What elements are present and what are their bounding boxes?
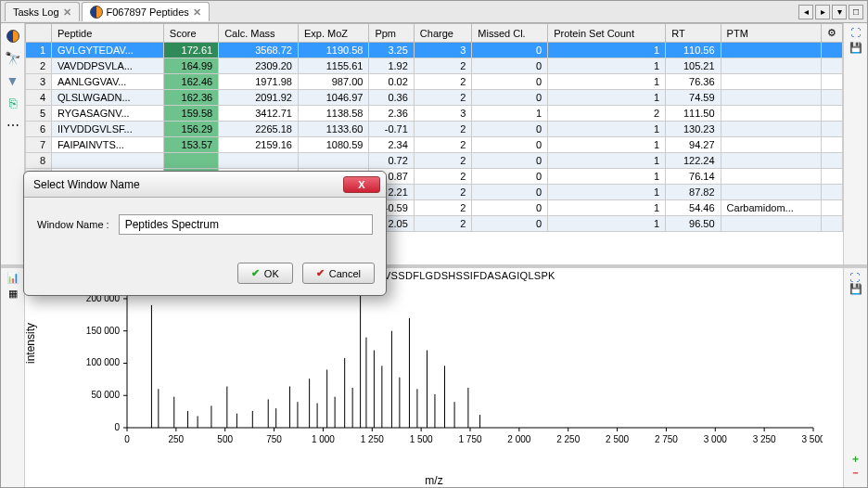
column-header[interactable]: Missed Cl.	[472, 24, 548, 43]
svg-text:1 750: 1 750	[458, 434, 481, 444]
tab-label: F067897 Peptides	[107, 6, 189, 18]
svg-text:1 500: 1 500	[410, 434, 433, 444]
tab-bar: Tasks Log✕F067897 Peptides✕ ◂ ▸ ▾ □	[1, 1, 867, 23]
grid-icon[interactable]: ▦	[8, 288, 18, 300]
svg-text:3 250: 3 250	[753, 434, 776, 444]
svg-text:3 000: 3 000	[704, 434, 727, 444]
tab-1[interactable]: F067897 Peptides✕	[82, 2, 210, 21]
dialog-titlebar[interactable]: Select Window Name X	[24, 172, 386, 198]
check-icon: ✔	[251, 267, 260, 279]
column-header[interactable]: Calc. Mass	[219, 24, 299, 43]
tab-list-button[interactable]: ▾	[832, 5, 847, 19]
svg-text:2 750: 2 750	[655, 434, 678, 444]
tab-close-icon[interactable]: ✕	[63, 6, 71, 19]
y-axis-label: intensity	[24, 323, 37, 364]
pie-chart-icon[interactable]	[4, 27, 22, 45]
spectrum-right-toolbar: ⛶ 💾 ＋ －	[843, 268, 867, 487]
svg-text:2 000: 2 000	[507, 434, 530, 444]
remove-plot-icon[interactable]: －	[850, 466, 861, 480]
column-header[interactable]: Charge	[414, 24, 471, 43]
table-row[interactable]: 4QLSLWGADN...162.362091.921046.970.36201…	[26, 90, 843, 106]
table-row[interactable]: 7FAIPAINVTS...153.572159.161080.592.3420…	[26, 137, 843, 153]
column-header[interactable]: PTM	[721, 24, 821, 43]
table-row[interactable]: 3AANLGGVAV...162.461971.98987.000.022017…	[26, 74, 843, 90]
export-icon[interactable]: ⎘	[4, 94, 22, 112]
tab-0[interactable]: Tasks Log✕	[5, 2, 80, 21]
svg-text:0: 0	[124, 434, 130, 444]
more-icon[interactable]: ⋯	[4, 116, 22, 135]
dialog-title-text: Select Window Name	[33, 178, 140, 191]
spectrum-icon[interactable]: 📊	[6, 272, 19, 284]
svg-text:50 000: 50 000	[91, 390, 120, 400]
spectrum-chart[interactable]: 050 000100 000150 000200 00002505007501 …	[62, 287, 823, 454]
save-spectrum-icon[interactable]: 💾	[849, 283, 862, 295]
binoculars-icon[interactable]: 🔭	[4, 49, 22, 68]
column-header[interactable]: Exp. MoZ	[298, 24, 368, 43]
svg-text:100 000: 100 000	[86, 357, 121, 367]
svg-text:500: 500	[217, 434, 233, 444]
expand-icon[interactable]: ⛶	[850, 27, 861, 38]
column-header[interactable]: Peptide	[52, 24, 164, 43]
window-name-input[interactable]	[119, 214, 373, 235]
table-row[interactable]: 1GVLGYTEDAV...172.613568.721190.583.2530…	[26, 43, 843, 58]
svg-text:1 250: 1 250	[361, 434, 384, 444]
column-header[interactable]	[26, 24, 52, 43]
spectrum-left-toolbar: 📊 ▦	[1, 268, 25, 487]
table-row[interactable]: 5RYGASAGNV...159.583412.711138.582.36312…	[26, 106, 843, 122]
svg-text:250: 250	[169, 434, 185, 444]
x-axis-label: m/z	[425, 474, 442, 487]
column-settings-icon[interactable]: ⚙	[822, 24, 843, 43]
svg-text:0: 0	[114, 422, 120, 432]
column-header[interactable]: RT	[666, 24, 721, 43]
cross-icon: ✔	[316, 267, 325, 279]
cancel-button[interactable]: ✔Cancel	[302, 263, 375, 284]
table-row[interactable]: 80.72201122.24	[26, 153, 843, 169]
tab-controls: ◂ ▸ ▾ □	[798, 5, 863, 19]
ok-button[interactable]: ✔OK	[237, 263, 293, 284]
right-toolbar-top: ⛶ 💾	[843, 23, 867, 264]
svg-text:1 000: 1 000	[312, 434, 335, 444]
save-icon[interactable]: 💾	[849, 42, 862, 54]
column-header[interactable]: Score	[163, 24, 218, 43]
dialog-close-button[interactable]: X	[343, 176, 380, 193]
tab-prev-button[interactable]: ◂	[798, 5, 813, 19]
svg-text:2 500: 2 500	[606, 434, 629, 444]
tab-label: Tasks Log	[13, 6, 59, 18]
select-window-name-dialog: Select Window Name X Window Name : ✔OK ✔…	[23, 171, 387, 296]
spectrum-panel: GVLGYTEDAVVSSDFLGDSHSSIFDASAGIQLSPK inte…	[25, 268, 843, 487]
tab-close-icon[interactable]: ✕	[193, 6, 201, 19]
add-plot-icon[interactable]: ＋	[850, 452, 861, 466]
left-toolbar: 🔭 ▼ ⎘ ⋯	[1, 23, 25, 264]
svg-text:2 250: 2 250	[556, 434, 580, 444]
svg-text:150 000: 150 000	[86, 326, 121, 336]
tab-next-button[interactable]: ▸	[815, 5, 830, 19]
table-row[interactable]: 2VAVDDPSVLA...164.992309.201155.611.9220…	[26, 58, 843, 74]
svg-text:3 500: 3 500	[801, 434, 823, 444]
table-row[interactable]: 6IIYVDDGVLSF...156.292265.181133.60-0.71…	[26, 122, 843, 137]
column-header[interactable]: Ppm	[369, 24, 414, 43]
tab-max-button[interactable]: □	[849, 5, 863, 19]
window-name-label: Window Name :	[37, 219, 109, 230]
column-header[interactable]: Protein Set Count	[548, 24, 666, 43]
expand-spectrum-icon[interactable]: ⛶	[849, 272, 862, 283]
pie-icon	[90, 6, 103, 19]
funnel-icon[interactable]: ▼	[4, 71, 22, 90]
svg-text:750: 750	[266, 434, 282, 444]
